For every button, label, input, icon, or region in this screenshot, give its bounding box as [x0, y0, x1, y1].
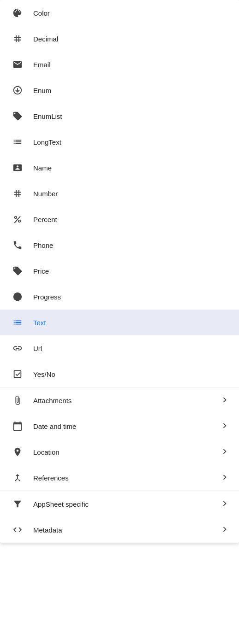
calendar-icon	[9, 421, 26, 431]
menu-item-label-name: Name	[33, 164, 230, 172]
checkbox-icon	[9, 369, 26, 379]
price-tag-icon	[9, 266, 26, 276]
menu-section-advanced: AppSheet specificMetadata	[0, 491, 239, 543]
envelope-icon	[9, 59, 26, 70]
menu-item-label-longtext: LongText	[33, 138, 230, 146]
arrow-icon-references	[220, 472, 230, 484]
percent-icon	[9, 214, 26, 224]
menu-section-basic: ColorDecimalEmailEnumEnumListLongTextNam…	[0, 0, 239, 387]
menu-item-attachments[interactable]: Attachments	[0, 387, 239, 413]
arrow-icon-metadata	[220, 524, 230, 536]
menu-item-decimal[interactable]: Decimal	[0, 26, 239, 52]
menu-item-label-phone: Phone	[33, 241, 230, 249]
menu-item-label-attachments: Attachments	[33, 397, 220, 404]
code-icon	[9, 525, 26, 535]
menu-item-date-and-time[interactable]: Date and time	[0, 413, 239, 439]
menu-item-label-price: Price	[33, 267, 230, 275]
link-icon	[9, 343, 26, 353]
arrow-icon-date-and-time	[220, 421, 230, 432]
menu-item-label-decimal: Decimal	[33, 35, 230, 43]
menu-item-label-email: Email	[33, 61, 230, 69]
menu-item-price[interactable]: Price	[0, 258, 239, 284]
menu-container: ColorDecimalEmailEnumEnumListLongTextNam…	[0, 0, 239, 543]
arrow-icon-location	[220, 446, 230, 458]
menu-item-label-appsheet-specific: AppSheet specific	[33, 500, 220, 508]
phone-icon	[9, 240, 26, 250]
menu-item-label-enum: Enum	[33, 87, 230, 94]
menu-item-longtext[interactable]: LongText	[0, 129, 239, 155]
menu-item-metadata[interactable]: Metadata	[0, 517, 239, 543]
list-text-icon	[9, 137, 26, 147]
paperclip-icon	[9, 395, 26, 405]
menu-item-yesno[interactable]: Yes/No	[0, 361, 239, 387]
id-card-icon	[9, 163, 26, 173]
menu-item-phone[interactable]: Phone	[0, 232, 239, 258]
menu-item-name[interactable]: Name	[0, 155, 239, 181]
circle-fill-icon	[9, 292, 26, 302]
merge-icon	[9, 473, 26, 483]
lines-icon	[9, 317, 26, 328]
menu-item-enum[interactable]: Enum	[0, 77, 239, 103]
menu-item-label-yesno: Yes/No	[33, 370, 230, 378]
menu-item-location[interactable]: Location	[0, 439, 239, 465]
menu-item-label-percent: Percent	[33, 216, 230, 223]
tag-outline-icon	[9, 111, 26, 121]
menu-item-label-number: Number	[33, 190, 230, 198]
arrow-icon-appsheet-specific	[220, 498, 230, 510]
menu-item-appsheet-specific[interactable]: AppSheet specific	[0, 491, 239, 517]
svg-point-0	[13, 293, 22, 301]
arrow-icon-attachments	[220, 395, 230, 406]
menu-item-url[interactable]: Url	[0, 335, 239, 361]
circle-down-icon	[9, 85, 26, 95]
hash-icon	[9, 188, 26, 199]
menu-item-enumlist[interactable]: EnumList	[0, 103, 239, 129]
menu-item-label-url: Url	[33, 345, 230, 352]
menu-item-label-metadata: Metadata	[33, 526, 220, 534]
menu-item-label-date-and-time: Date and time	[33, 422, 220, 430]
menu-item-label-color: Color	[33, 9, 230, 17]
menu-item-label-location: Location	[33, 448, 220, 456]
menu-item-label-text: Text	[33, 319, 230, 327]
menu-item-percent[interactable]: Percent	[0, 206, 239, 232]
menu-item-label-progress: Progress	[33, 293, 230, 301]
menu-item-text[interactable]: Text	[0, 310, 239, 335]
menu-item-progress[interactable]: Progress	[0, 284, 239, 310]
menu-item-email[interactable]: Email	[0, 52, 239, 77]
funnel-icon	[9, 499, 26, 509]
hash-icon	[9, 34, 26, 44]
pin-icon	[9, 447, 26, 457]
menu-item-number[interactable]: Number	[0, 181, 239, 206]
menu-item-label-enumlist: EnumList	[33, 112, 230, 120]
menu-item-label-references: References	[33, 474, 220, 482]
menu-item-color[interactable]: Color	[0, 0, 239, 26]
menu-item-references[interactable]: References	[0, 465, 239, 491]
palette-icon	[9, 8, 26, 18]
menu-section-special: AttachmentsDate and timeLocationReferenc…	[0, 387, 239, 491]
